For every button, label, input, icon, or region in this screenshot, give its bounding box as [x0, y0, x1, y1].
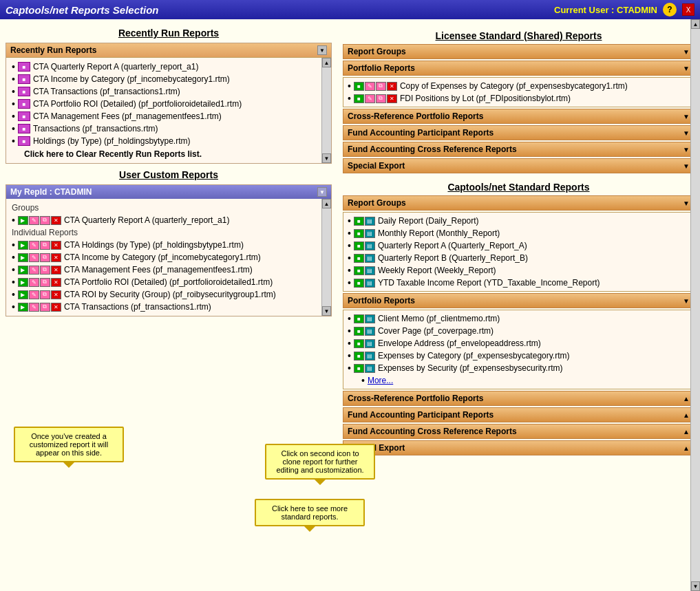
run-icon[interactable]: ■	[354, 279, 364, 288]
help-icon[interactable]: ?	[663, 3, 677, 17]
clone-icon[interactable]: ⧉	[40, 253, 50, 262]
close-icon[interactable]: X	[682, 3, 694, 16]
list-item[interactable]: ■ CTA Transactions (pf_transactions1.rtm…	[12, 85, 320, 98]
licensee-fund-cross-collapse[interactable]: ▼	[683, 146, 690, 153]
list-item[interactable]: ■ ▤ Quarterly Report B (Quarterly_Report…	[348, 252, 690, 264]
clone-icon[interactable]: ⧉	[376, 94, 386, 103]
licensee-special-export-header[interactable]: Special Export ▼	[343, 158, 694, 173]
captools-report-groups-header[interactable]: Report Groups ▼	[343, 195, 694, 211]
edit-icon[interactable]: ✎	[29, 253, 39, 262]
edit-icon[interactable]: ✎	[29, 216, 39, 225]
captools-fund-cross-header[interactable]: Fund Accounting Cross Reference Reports …	[343, 424, 694, 439]
licensee-special-export-collapse[interactable]: ▼	[683, 162, 690, 170]
run-icon[interactable]: ■	[354, 364, 364, 373]
run-icon[interactable]: ▶	[18, 266, 28, 275]
delete-icon[interactable]: ✕	[51, 266, 61, 275]
run-icon[interactable]: ■	[354, 339, 364, 348]
clone-icon[interactable]: ⧉	[40, 241, 50, 250]
run-icon[interactable]: ▶	[18, 241, 28, 250]
page-scroll-down[interactable]: ▼	[691, 581, 700, 591]
run-icon[interactable]: ■	[354, 82, 364, 91]
licensee-fund-participant-header[interactable]: Fund Accounting Participant Reports ▼	[343, 125, 694, 140]
list-item[interactable]: ■ ▤ YTD Taxable Income Report (YTD_Taxab…	[348, 277, 690, 289]
delete-icon[interactable]: ✕	[51, 253, 61, 262]
delete-icon[interactable]: ✕	[51, 303, 61, 312]
view-icon[interactable]: ▤	[365, 352, 375, 361]
view-icon[interactable]: ▤	[365, 229, 375, 238]
captools-portfolio-header[interactable]: Portfolio Reports ▼	[343, 293, 694, 308]
run-icon[interactable]: ■	[354, 254, 364, 263]
list-item[interactable]: ▶ ✎ ⧉ ✕ CTA ROI by Security (Group) (pf_…	[12, 288, 316, 301]
delete-icon[interactable]: ✕	[51, 216, 61, 225]
list-item[interactable]: ■ ✎ ⧉ ✕ FDI Positions by Lot (pf_FDIposi…	[348, 92, 690, 105]
list-item[interactable]: ■ Holdings (by Type) (pf_holdingsbytype.…	[12, 135, 320, 147]
delete-icon[interactable]: ✕	[51, 241, 61, 250]
list-item[interactable]: ■ ▤ Cover Page (pf_coverpage.rtm)	[348, 325, 690, 337]
list-item[interactable]: ■ Transactions (pf_transactions.rtm)	[12, 122, 320, 135]
licensee-crossref-collapse[interactable]: ▼	[683, 113, 690, 120]
delete-icon[interactable]: ✕	[387, 94, 397, 103]
captools-fund-cross-collapse[interactable]: ▲	[683, 428, 690, 436]
clear-reports-link[interactable]: Click here to Clear Recently Run Reports…	[24, 149, 202, 159]
edit-icon[interactable]: ✎	[365, 82, 375, 91]
scroll-down-btn[interactable]: ▼	[322, 153, 331, 163]
list-item[interactable]: ■ CTA Income by Category (pf_incomebycat…	[12, 73, 320, 85]
captools-crossref-header[interactable]: Cross-Reference Portfolio Reports ▲	[343, 391, 694, 406]
run-icon[interactable]: ■	[354, 327, 364, 336]
run-icon[interactable]: ▶	[18, 303, 28, 312]
run-icon[interactable]: ■	[354, 266, 364, 275]
more-link[interactable]: More...	[368, 376, 393, 385]
licensee-report-groups-header[interactable]: Report Groups ▼	[343, 44, 694, 59]
captools-report-groups-collapse[interactable]: ▼	[683, 200, 690, 207]
list-item[interactable]: ■ ▤ Quarterly Report A (Quarterly_Report…	[348, 239, 690, 252]
captools-special-export-header[interactable]: Special Export ▲	[343, 440, 694, 455]
edit-icon[interactable]: ✎	[29, 290, 39, 299]
licensee-crossref-header[interactable]: Cross-Reference Portfolio Reports ▼	[343, 109, 694, 124]
delete-icon[interactable]: ✕	[51, 290, 61, 299]
captools-fund-participant-header[interactable]: Fund Accounting Participant Reports ▲	[343, 407, 694, 422]
list-item[interactable]: ■ CTA Quarterly Report A (quarterly_repo…	[12, 61, 320, 73]
page-scroll-up[interactable]: ▲	[691, 19, 700, 29]
scroll-down-btn[interactable]: ▼	[322, 306, 331, 316]
run-icon[interactable]: ■	[354, 352, 364, 361]
edit-icon[interactable]: ✎	[29, 241, 39, 250]
clone-icon[interactable]: ⧉	[376, 82, 386, 91]
captools-crossref-collapse[interactable]: ▲	[683, 395, 690, 402]
run-icon[interactable]: ▶	[18, 278, 28, 287]
licensee-report-groups-collapse[interactable]: ▼	[683, 48, 690, 56]
list-item[interactable]: ▶ ✎ ⧉ ✕ CTA Transactions (pf_transaction…	[12, 301, 316, 313]
view-icon[interactable]: ▤	[365, 254, 375, 263]
list-item[interactable]: ■ ▤ Envelope Address (pf_envelopeaddress…	[348, 337, 690, 350]
delete-icon[interactable]: ✕	[387, 82, 397, 91]
run-icon[interactable]: ■	[354, 229, 364, 238]
view-icon[interactable]: ▤	[365, 314, 375, 323]
run-icon[interactable]: ■	[354, 314, 364, 323]
list-item[interactable]: ▶ ✎ ⧉ ✕ CTA Management Fees (pf_manageme…	[12, 264, 316, 276]
clone-icon[interactable]: ⧉	[40, 290, 50, 299]
captools-fund-participant-collapse[interactable]: ▲	[683, 411, 690, 419]
run-icon[interactable]: ■	[354, 217, 364, 226]
run-icon[interactable]: ▶	[18, 216, 28, 225]
recently-run-scrollbar[interactable]: ▲ ▼	[321, 58, 331, 163]
clone-icon[interactable]: ⧉	[40, 278, 50, 287]
clone-icon[interactable]: ⧉	[40, 266, 50, 275]
list-item[interactable]: ▶ ✎ ⧉ ✕ CTA Income by Category (pf_incom…	[12, 251, 316, 264]
captools-portfolio-collapse[interactable]: ▼	[683, 297, 690, 305]
run-icon[interactable]: ■	[354, 241, 364, 250]
view-icon[interactable]: ▤	[365, 266, 375, 275]
edit-icon[interactable]: ✎	[29, 278, 39, 287]
edit-icon[interactable]: ✎	[29, 303, 39, 312]
list-item[interactable]: ■ CTA Portfolio ROI (Detailed) (pf_portf…	[12, 98, 320, 110]
licensee-portfolio-collapse[interactable]: ▼	[683, 65, 690, 72]
edit-icon[interactable]: ✎	[29, 266, 39, 275]
delete-icon[interactable]: ✕	[51, 278, 61, 287]
view-icon[interactable]: ▤	[365, 241, 375, 250]
list-item[interactable]: ■ ✎ ⧉ ✕ Copy of Expenses by Category (pf…	[348, 80, 690, 92]
licensee-fund-cross-header[interactable]: Fund Accounting Cross Reference Reports …	[343, 142, 694, 157]
list-item[interactable]: ■ ▤ Monthly Report (Monthly_Report)	[348, 227, 690, 239]
run-icon[interactable]: ■	[354, 94, 364, 103]
list-item[interactable]: ▶ ✎ ⧉ ✕ CTA Portfolio ROI (Detailed) (pf…	[12, 276, 316, 288]
list-item[interactable]: ■ ▤ Weekly Report (Weekly_Report)	[348, 264, 690, 277]
run-icon[interactable]: ▶	[18, 290, 28, 299]
edit-icon[interactable]: ✎	[365, 94, 375, 103]
